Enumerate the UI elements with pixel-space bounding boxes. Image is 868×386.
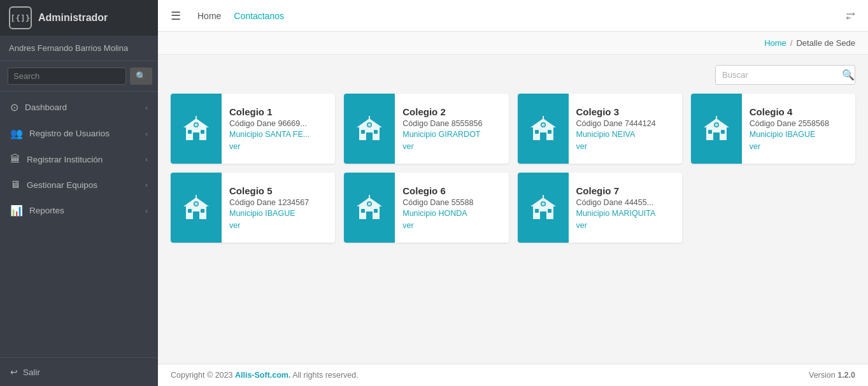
school-icon (528, 113, 559, 144)
chevron-icon: ‹ (145, 207, 148, 215)
card-code: Código Dane 55588 (402, 198, 473, 207)
topbar-contactanos-link[interactable]: Contactanos (234, 11, 284, 21)
card-body: Colegio 6 Código Dane 55588 Municipio HO… (395, 173, 481, 243)
svg-point-22 (541, 124, 544, 127)
school-icon (181, 192, 211, 223)
card-icon-block (171, 173, 222, 243)
app-title: Administrador (38, 12, 108, 24)
search-button[interactable]: 🔍 (130, 68, 152, 85)
card-municipio: Municipio IBAGUE (750, 130, 829, 139)
card-ver-link[interactable]: ver (402, 142, 482, 151)
sidebar-header: [{]} Administrador (0, 0, 158, 36)
card-code: Código Dane 44455... (576, 198, 656, 207)
chevron-icon: ‹ (145, 104, 148, 111)
sidebar-item-label: Gestionar Equipos (27, 180, 97, 190)
svg-rect-4 (201, 130, 204, 134)
topbar: ☰ Home Contactanos ⥂ (158, 0, 868, 32)
fullscreen-icon[interactable]: ⥂ (846, 9, 855, 23)
svg-rect-55 (543, 195, 544, 199)
card-title: Colegio 6 (402, 185, 473, 196)
svg-rect-28 (721, 130, 725, 134)
card-municipio: Municipio SANTA FE... (229, 130, 309, 139)
card-code: Código Dane 8555856 (402, 119, 482, 128)
svg-rect-27 (708, 130, 712, 134)
card-body: Colegio 2 Código Dane 8555856 Municipio … (395, 94, 490, 164)
card-ver-link[interactable]: ver (229, 142, 309, 151)
card-ver-link[interactable]: ver (229, 221, 309, 230)
buscar-button[interactable]: 🔍 (836, 66, 855, 84)
svg-rect-11 (361, 130, 365, 134)
topbar-home-link[interactable]: Home (197, 11, 221, 21)
card-title: Colegio 7 (576, 185, 656, 196)
sidebar-item-reportes[interactable]: 📊 Reportes ‹ (0, 197, 158, 224)
svg-point-54 (541, 203, 544, 206)
card-colegio-6: Colegio 6 Código Dane 55588 Municipio HO… (344, 173, 508, 243)
svg-rect-47 (369, 195, 370, 199)
card-ver-link[interactable]: ver (750, 142, 829, 151)
buscar-input-wrap: 🔍 (715, 65, 855, 85)
buscar-input[interactable] (716, 66, 836, 84)
card-municipio: Municipio MARIQUITA (576, 209, 656, 218)
card-body: Colegio 7 Código Dane 44455... Municipio… (569, 173, 664, 243)
card-ver-link[interactable]: ver (576, 142, 656, 151)
svg-rect-50 (540, 211, 546, 219)
svg-rect-15 (369, 116, 370, 120)
chevron-icon: ‹ (145, 181, 148, 189)
sidebar-nav: ⊙ Dashboard ‹ 👥 Registro de Usuarios ‹ 🏛… (0, 92, 158, 357)
card-ver-link[interactable]: ver (576, 221, 656, 230)
sidebar-item-dashboard[interactable]: ⊙ Dashboard ‹ (0, 94, 158, 120)
school-icon (181, 113, 211, 144)
logout-label: Salir (23, 368, 40, 377)
svg-rect-52 (548, 209, 551, 213)
chevron-icon: ‹ (145, 130, 148, 138)
footer: Copyright © 2023 Allis-Soft.com. All rig… (158, 364, 868, 386)
main-content: ☰ Home Contactanos ⥂ Home / Detalle de S… (158, 0, 868, 386)
card-body: Colegio 5 Código Dane 1234567 Municipio … (222, 173, 317, 243)
card-colegio-1: Colegio 1 Código Dane 96669... Municipio… (171, 94, 335, 164)
svg-rect-3 (188, 130, 192, 134)
footer-version: Version 1.2.0 (809, 371, 855, 380)
card-icon-block (171, 94, 222, 164)
card-icon-block (518, 173, 569, 243)
card-code: Código Dane 7444124 (576, 119, 656, 128)
breadcrumb-current: Detalle de Sede (796, 38, 855, 48)
logout-icon: ↩ (10, 367, 18, 377)
search-input[interactable] (8, 68, 126, 85)
card-code: Código Dane 96669... (229, 119, 309, 128)
breadcrumb-home[interactable]: Home (764, 38, 786, 48)
sidebar-item-label: Registro de Usuarios (29, 129, 110, 138)
chevron-icon: ‹ (145, 155, 148, 163)
svg-rect-39 (196, 195, 197, 199)
logout-button[interactable]: ↩ Salir (0, 357, 158, 386)
card-icon-block (518, 94, 569, 164)
svg-point-46 (368, 203, 371, 206)
hamburger-icon[interactable]: ☰ (171, 9, 181, 23)
sidebar-item-registrar-institucion[interactable]: 🏛 Registrar Institución ‹ (0, 147, 158, 172)
sidebar-item-label: Registrar Institución (27, 155, 103, 164)
card-body: Colegio 3 Código Dane 7444124 Municipio … (569, 94, 664, 164)
svg-rect-12 (374, 130, 378, 134)
reports-icon: 📊 (10, 204, 23, 217)
sidebar: [{]} Administrador Andres Fernando Barri… (0, 0, 158, 386)
sidebar-item-gestionar-equipos[interactable]: 🖥 Gestionar Equipos ‹ (0, 172, 158, 197)
sidebar-item-registro-usuarios[interactable]: 👥 Registro de Usuarios ‹ (0, 120, 158, 147)
breadcrumb-separator: / (790, 38, 793, 48)
cards-grid: Colegio 1 Código Dane 96669... Municipio… (171, 94, 855, 243)
content-search-bar: 🔍 (171, 65, 855, 85)
svg-rect-31 (716, 116, 717, 120)
card-ver-link[interactable]: ver (402, 221, 473, 230)
svg-rect-26 (713, 132, 720, 140)
card-icon-block (344, 173, 395, 243)
card-icon-block (344, 94, 395, 164)
svg-rect-36 (201, 209, 204, 213)
card-code: Código Dane 1234567 (229, 198, 309, 207)
card-colegio-3: Colegio 3 Código Dane 7444124 Municipio … (518, 94, 682, 164)
school-icon (354, 192, 385, 223)
svg-rect-42 (366, 211, 373, 219)
institution-icon: 🏛 (10, 154, 20, 165)
users-icon: 👥 (10, 127, 23, 139)
page-content: 🔍 Colegio (158, 55, 868, 364)
svg-rect-7 (196, 116, 197, 120)
card-body: Colegio 1 Código Dane 96669... Municipio… (222, 94, 317, 164)
svg-rect-18 (540, 132, 546, 140)
